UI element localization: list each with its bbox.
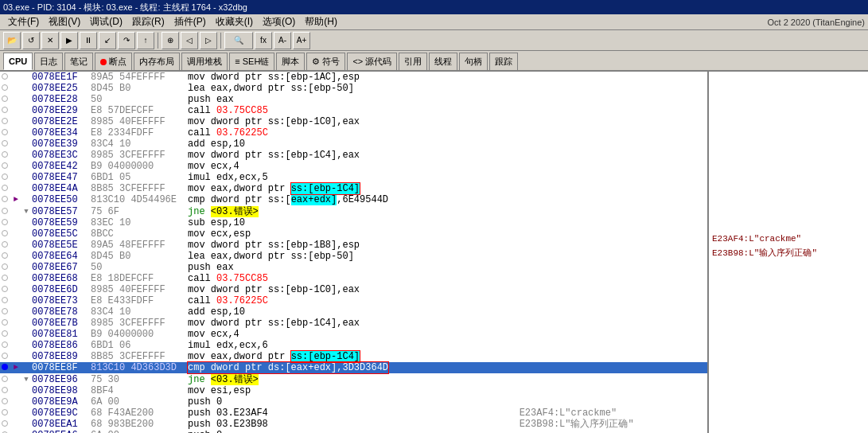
menu-trace[interactable]: 跟踪(R) xyxy=(127,14,169,30)
table-row[interactable]: ►0078EE8F813C10 4D363D3Dcmp dword ptr ds… xyxy=(0,362,707,373)
tab-memory[interactable]: 内存布局 xyxy=(134,53,180,70)
btn-goto[interactable]: ⊕ xyxy=(162,32,179,49)
table-row[interactable]: 0078EEA168 983BE200push 03.E23B98E23B98:… xyxy=(0,419,707,430)
table-row[interactable]: 0078EE258D45 B0lea eax,dword ptr ss:[ebp… xyxy=(0,83,707,94)
table-row[interactable]: 0078EE81B9 04000000mov ecx,4 xyxy=(0,329,707,340)
btn-run[interactable]: ▶ xyxy=(60,32,78,49)
row-comment xyxy=(512,116,707,127)
menu-options[interactable]: 选项(O) xyxy=(258,14,300,30)
table-row[interactable]: 0078EE5983EC 10sub esp,10 xyxy=(0,217,707,228)
table-row[interactable]: 0078EE42B9 04000000mov ecx,4 xyxy=(0,161,707,172)
btn-back[interactable]: ◁ xyxy=(181,32,198,49)
table-row[interactable]: 0078EE6D8985 40FEFFFFmov dword ptr ss:[e… xyxy=(0,284,707,295)
table-row[interactable]: 0078EE29E8 57DEFCFFcall 03.75CC85 xyxy=(0,105,707,116)
btn-search[interactable]: 🔍 xyxy=(224,32,253,49)
row-comment xyxy=(512,127,707,138)
table-row[interactable]: 0078EE3983C4 10add esp,10 xyxy=(0,138,707,150)
btn-step-over[interactable]: ↷ xyxy=(118,32,135,49)
btn-open[interactable]: 📂 xyxy=(3,32,21,49)
tab-notes[interactable]: 笔记 xyxy=(64,53,93,70)
table-row[interactable]: 0078EE73E8 E433FDFFcall 03.76225C xyxy=(0,295,707,306)
menu-date: Oct 2 2020 (TitanEngine) xyxy=(768,18,866,27)
btn-forward[interactable]: ▷ xyxy=(200,32,217,49)
menu-plugins[interactable]: 插件(P) xyxy=(169,14,211,30)
table-row[interactable]: 0078EE648D45 B0lea eax,dword ptr ss:[ebp… xyxy=(0,251,707,262)
table-row[interactable]: 0078EE988BF4mov esi,esp xyxy=(0,385,707,396)
tab-threads[interactable]: 线程 xyxy=(429,53,457,70)
row-bytes: E8 E433FDFF xyxy=(88,295,183,306)
table-row[interactable]: 0078EE6750push eax xyxy=(0,262,707,273)
table-row[interactable]: 0078EE4A8B85 3CFEFFFFmov eax,dword ptr s… xyxy=(0,183,707,194)
btn-restart[interactable]: ↺ xyxy=(22,32,40,49)
row-instr: push eax xyxy=(183,262,512,273)
table-row[interactable]: 0078EE1F89A5 54FEFFFFmov dword ptr ss:[e… xyxy=(0,72,707,83)
btn-close[interactable]: ✕ xyxy=(41,32,59,49)
table-row[interactable]: 0078EE898B85 3CFEFFFFmov eax,dword ptr s… xyxy=(0,351,707,362)
tab-handles[interactable]: 句柄 xyxy=(459,53,488,70)
row-comment xyxy=(512,83,707,94)
tab-script[interactable]: 脚本 xyxy=(276,53,305,70)
tab-symbols[interactable]: ⚙ 符号 xyxy=(306,53,345,70)
table-row[interactable]: ▼0078EE5775 6Fjne <03.错误> xyxy=(0,205,707,217)
table-row[interactable]: 0078EE3C8985 3CFEFFFFmov dword ptr ss:[e… xyxy=(0,150,707,161)
row-dot2 xyxy=(22,161,30,172)
menu-help[interactable]: 帮助(H) xyxy=(300,14,342,30)
row-bytes: E8 57DEFCFF xyxy=(88,105,183,116)
menu-file[interactable]: 文件(F) xyxy=(3,14,44,30)
tab-symbols-label: ⚙ 符号 xyxy=(312,56,340,68)
table-row[interactable]: 0078EE9C68 F43AE200push 03.E23AF4E23AF4:… xyxy=(0,408,707,419)
row-comment xyxy=(512,284,707,295)
table-row[interactable]: 0078EE5C8BCCmov ecx,esp xyxy=(0,228,707,240)
table-row[interactable]: ▼0078EE9675 30jne <03.错误> xyxy=(0,373,707,385)
table-row[interactable]: 0078EEA66A 00push 0 xyxy=(0,430,707,433)
btn-font2[interactable]: A+ xyxy=(293,32,310,49)
row-dot2 xyxy=(22,273,30,284)
row-comment xyxy=(512,150,707,161)
tab-source[interactable]: <> 源代码 xyxy=(347,53,397,70)
table-row[interactable]: 0078EE2850push eax xyxy=(0,94,707,105)
btn-step-into[interactable]: ↙ xyxy=(99,32,116,49)
row-dot xyxy=(0,362,10,373)
row-arrow xyxy=(10,72,22,83)
menu-view[interactable]: 视图(V) xyxy=(44,14,85,30)
row-comment xyxy=(512,251,707,262)
disasm-panel[interactable]: 0078EE1F89A5 54FEFFFFmov dword ptr ss:[e… xyxy=(0,72,709,433)
row-arrow xyxy=(10,228,22,240)
row-dot2 xyxy=(22,396,30,408)
table-row[interactable]: 0078EE9A6A 00push 0 xyxy=(0,396,707,408)
tab-seh[interactable]: ≡ SEH链 xyxy=(229,53,274,70)
row-instr: call 03.75CC85 xyxy=(183,273,512,284)
btn-find[interactable]: fx xyxy=(255,32,272,49)
table-row[interactable]: ►0078EE50813C10 4D54496Ecmp dword ptr ss… xyxy=(0,194,707,205)
tab-trace[interactable]: 跟踪 xyxy=(489,53,518,70)
tab-log[interactable]: 日志 xyxy=(34,53,63,70)
tab-breakpoints[interactable]: 断点 xyxy=(95,53,132,70)
table-row[interactable]: 0078EE476BD1 05imul edx,ecx,5 xyxy=(0,172,707,183)
row-instr: jne <03.错误> xyxy=(183,205,512,217)
table-row[interactable]: 0078EE68E8 18DEFCFFcall 03.75CC85 xyxy=(0,273,707,284)
table-row[interactable]: 0078EE7B8985 3CFEFFFFmov dword ptr ss:[e… xyxy=(0,318,707,329)
table-row[interactable]: 0078EE866BD1 06imul edx,ecx,6 xyxy=(0,340,707,351)
row-dot xyxy=(0,419,10,430)
table-row[interactable]: 0078EE2E8985 40FEFFFFmov dword ptr ss:[e… xyxy=(0,116,707,127)
row-dot xyxy=(0,284,10,295)
table-row[interactable]: 0078EE34E8 2334FDFFcall 03.76225C xyxy=(0,127,707,138)
row-arrow xyxy=(10,273,22,284)
row-dot xyxy=(0,262,10,273)
row-addr: 0078EE64 xyxy=(30,251,88,262)
btn-pause[interactable]: ⏸ xyxy=(80,32,97,49)
table-row[interactable]: 0078EE7883C4 10add esp,10 xyxy=(0,306,707,318)
menu-favorites[interactable]: 收藏夹(I) xyxy=(211,14,258,30)
table-row[interactable]: 0078EE5E89A5 48FEFFFFmov dword ptr ss:[e… xyxy=(0,240,707,251)
btn-font[interactable]: A- xyxy=(274,32,291,49)
btn-step-out[interactable]: ↑ xyxy=(137,32,154,49)
tab-callstack[interactable]: 调用堆栈 xyxy=(181,53,228,70)
row-dot xyxy=(0,306,10,318)
row-dot xyxy=(0,72,10,83)
tab-cpu[interactable]: CPU xyxy=(3,53,33,70)
row-instr: add esp,10 xyxy=(183,138,512,150)
tab-refs[interactable]: 引用 xyxy=(399,53,427,70)
row-addr: 0078EE39 xyxy=(30,138,88,150)
menu-debug[interactable]: 调试(D) xyxy=(85,14,127,30)
row-addr: 0078EEA6 xyxy=(30,430,88,433)
